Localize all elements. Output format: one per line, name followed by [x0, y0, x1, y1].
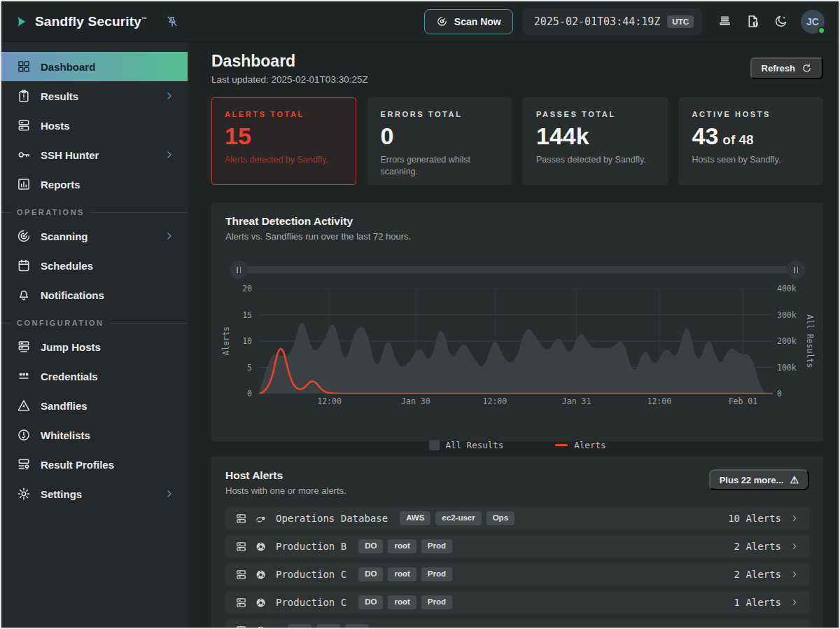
host-row-partial[interactable]	[225, 618, 809, 628]
file-info-icon[interactable]	[746, 14, 760, 29]
sidebar-item-results[interactable]: Results	[1, 81, 188, 111]
stat-value: 0	[381, 124, 499, 148]
left-axis-ticks: 05101520	[232, 289, 256, 394]
chevron-right-icon	[164, 488, 175, 499]
sidebar-item-ssh-hunter[interactable]: SSH Hunter	[1, 140, 188, 170]
server-icon	[235, 541, 247, 553]
ubuntu-icon	[255, 569, 267, 581]
host-name: Production B	[276, 541, 346, 552]
chevron-right-icon	[164, 149, 175, 160]
sidebar-item-jump-hosts[interactable]: Jump Hosts	[1, 332, 188, 361]
sidebar-item-notifications[interactable]: Notifications	[1, 280, 188, 310]
activity-log-icon[interactable]	[718, 14, 732, 29]
sidebar-item-label: Notifications	[41, 289, 104, 301]
stat-description: Alerts detected by Sandfly.	[225, 154, 337, 166]
host-name: Production C	[276, 597, 346, 608]
refresh-button[interactable]: Refresh	[750, 57, 823, 79]
y-tick-right: 200k	[777, 336, 797, 346]
brand-name: Sandfly Security™	[35, 14, 147, 29]
slider-handle-right[interactable]	[787, 261, 805, 279]
sidebar: DashboardResultsHostsSSH HunterReportsOP…	[1, 42, 188, 628]
opensuse-icon	[255, 513, 267, 525]
sidebar-item-schedules[interactable]: Schedules	[1, 251, 188, 280]
dark-mode-icon[interactable]	[774, 14, 788, 29]
y-tick-left: 5	[247, 363, 252, 373]
y-tick-right: 400k	[777, 284, 797, 293]
legend-line-swatch	[555, 444, 568, 446]
sidebar-item-reports[interactable]: Reports	[1, 170, 188, 199]
host-row-production-c[interactable]: Production CDOrootProd1 Alerts	[225, 590, 809, 614]
legend-item-all-results[interactable]: All Results	[429, 440, 504, 450]
chart-subtitle: Alerts vs. Sandflies run over the last 7…	[225, 231, 809, 242]
host-tag: root	[388, 567, 416, 581]
sandfly-logo-icon	[15, 15, 29, 29]
server-icon	[235, 513, 247, 525]
chart-title: Threat Detection Activity	[225, 215, 809, 228]
chevron-right-icon	[164, 230, 175, 242]
host-tag: Ops	[486, 511, 514, 525]
last-updated-text: Last updated: 2025-02-01T03:30:25Z	[211, 74, 368, 85]
legend-label: Alerts	[574, 440, 606, 450]
host-row-production-b[interactable]: Production BDOrootProd2 Alerts	[225, 534, 809, 558]
sidebar-item-dashboard[interactable]: Dashboard	[1, 52, 188, 81]
alert-count: 2 Alerts	[734, 569, 781, 580]
host-alerts-header: Host Alerts Hosts with one or more alert…	[225, 469, 809, 496]
scan-now-button[interactable]: Scan Now	[424, 9, 513, 34]
chevron-right-icon	[790, 569, 799, 579]
host-tag: DO	[358, 595, 383, 609]
y-tick-left: 20	[242, 284, 252, 293]
alert-count: 1 Alerts	[734, 597, 781, 608]
host-tag: DO	[358, 539, 383, 553]
y-tick-left: 15	[242, 310, 252, 320]
sidebar-item-result-profiles[interactable]: Result Profiles	[1, 450, 188, 479]
stat-card-errors-total: ERRORS TOTAL0Errors generated whilst sca…	[368, 97, 512, 185]
alert-check-icon	[17, 428, 31, 442]
pin-off-icon[interactable]	[165, 15, 179, 29]
y-tick-right: 300k	[777, 310, 797, 320]
legend-item-alerts[interactable]: Alerts	[555, 440, 606, 450]
legend-area-swatch	[429, 440, 440, 450]
y-tick-right: 0	[777, 389, 782, 399]
slider-handle-left[interactable]	[230, 261, 248, 279]
stat-label: ALERTS TOTAL	[225, 110, 343, 118]
calendar-icon	[17, 258, 31, 272]
sidebar-section-operations: OPERATIONS	[1, 208, 188, 216]
warning-triangle-icon: ⚠	[790, 474, 799, 485]
stat-description: Passes detected by Sandfly.	[536, 154, 648, 166]
host-tag: Prod	[421, 539, 452, 553]
stat-card-alerts-total: ALERTS TOTAL15Alerts detected by Sandfly…	[211, 97, 356, 185]
chevron-right-icon	[790, 597, 799, 607]
alert-count: 10 Alerts	[728, 513, 781, 524]
sidebar-item-hosts[interactable]: Hosts	[1, 111, 188, 140]
host-tag	[316, 624, 340, 628]
host-alerts-header-text: Host Alerts Hosts with one or more alert…	[225, 469, 346, 496]
server-pin-icon	[17, 457, 31, 471]
sidebar-item-scanning[interactable]: Scanning	[1, 221, 188, 251]
stat-label: ERRORS TOTAL	[381, 110, 499, 118]
plus-more-button[interactable]: Plus 22 more... ⚠	[709, 469, 809, 490]
sandfly-dashboard-app: Sandfly Security™ Scan Now 2025-02-01T03…	[0, 0, 840, 629]
slider-track[interactable]	[232, 266, 802, 273]
stat-label: PASSES TOTAL	[536, 110, 654, 118]
host-row-operations-database[interactable]: Operations DatabaseAWSec2-userOps10 Aler…	[225, 506, 809, 530]
scan-target-icon	[436, 15, 448, 27]
host-tag: Prod	[421, 567, 452, 581]
sidebar-item-whitelists[interactable]: Whitelists	[1, 420, 188, 450]
host-row-production-c[interactable]: Production CDOrootProd2 Alerts	[225, 562, 809, 586]
host-name: Operations Database	[276, 513, 388, 524]
server-icon	[235, 597, 247, 609]
stat-description: Errors generated whilst scanning.	[381, 154, 493, 178]
sidebar-item-label: Scanning	[41, 230, 88, 242]
sidebar-item-credentials[interactable]: Credentials	[1, 361, 188, 391]
sidebar-item-settings[interactable]: Settings	[1, 479, 188, 509]
x-tick: 12:00	[647, 396, 671, 406]
time-range-slider[interactable]	[232, 261, 802, 279]
topbar: Sandfly Security™ Scan Now 2025-02-01T03…	[1, 1, 839, 42]
x-tick: 12:00	[317, 396, 342, 406]
sidebar-item-label: Dashboard	[41, 61, 95, 73]
sidebar-item-sandflies[interactable]: Sandflies	[1, 391, 188, 420]
host-tags	[288, 624, 369, 628]
user-avatar[interactable]: JC	[801, 10, 825, 34]
utc-badge: UTC	[667, 15, 694, 28]
host-alerts-panel: Host Alerts Hosts with one or more alert…	[211, 457, 823, 628]
